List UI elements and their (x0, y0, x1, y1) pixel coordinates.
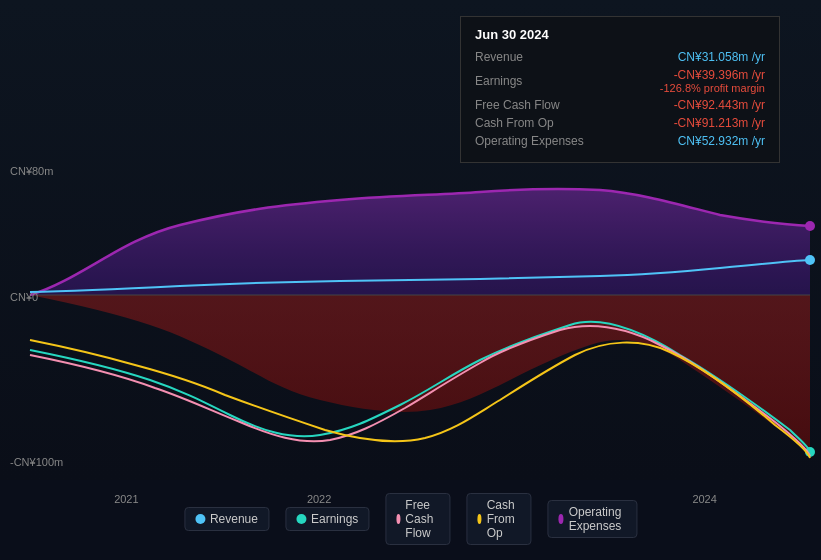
legend-label-fcf: Free Cash Flow (405, 498, 439, 540)
legend-dot-opex (558, 514, 563, 524)
legend-label-earnings: Earnings (311, 512, 358, 526)
legend-item-revenue[interactable]: Revenue (184, 507, 269, 531)
legend-dot-revenue (195, 514, 205, 524)
y-label-zero: CN¥0 (10, 291, 38, 303)
legend-dot-fcf (396, 514, 400, 524)
tooltip-row-cashfromop: Cash From Op -CN¥91.213m /yr (475, 116, 765, 130)
tooltip-title: Jun 30 2024 (475, 27, 765, 42)
tooltip-row-revenue: Revenue CN¥31.058m /yr (475, 50, 765, 64)
y-label-bottom: -CN¥100m (10, 456, 63, 468)
tooltip-label-revenue: Revenue (475, 50, 595, 64)
tooltip-row-fcf: Free Cash Flow -CN¥92.443m /yr (475, 98, 765, 112)
legend-label-cashfromop: Cash From Op (487, 498, 521, 540)
legend-label-opex: Operating Expenses (569, 505, 626, 533)
tooltip-value-earnings: -CN¥39.396m /yr (674, 68, 765, 82)
legend-item-earnings[interactable]: Earnings (285, 507, 369, 531)
tooltip-row-opex: Operating Expenses CN¥52.932m /yr (475, 134, 765, 148)
svg-point-2 (805, 221, 815, 231)
x-label-2021: 2021 (114, 493, 138, 505)
tooltip-row-earnings: Earnings -CN¥39.396m /yr -126.8% profit … (475, 68, 765, 94)
tooltip-label-fcf: Free Cash Flow (475, 98, 595, 112)
tooltip-value-fcf: -CN¥92.443m /yr (674, 98, 765, 112)
tooltip-value-revenue: CN¥31.058m /yr (678, 50, 765, 64)
legend-dot-cashfromop (477, 514, 481, 524)
legend-label-revenue: Revenue (210, 512, 258, 526)
tooltip-label-earnings: Earnings (475, 74, 595, 88)
x-label-2024: 2024 (692, 493, 716, 505)
tooltip-label-cashfromop: Cash From Op (475, 116, 595, 130)
legend: Revenue Earnings Free Cash Flow Cash Fro… (184, 493, 637, 545)
svg-point-3 (805, 255, 815, 265)
tooltip: Jun 30 2024 Revenue CN¥31.058m /yr Earni… (460, 16, 780, 163)
tooltip-label-opex: Operating Expenses (475, 134, 595, 148)
legend-dot-earnings (296, 514, 306, 524)
tooltip-value-cashfromop: -CN¥91.213m /yr (674, 116, 765, 130)
legend-item-fcf[interactable]: Free Cash Flow (385, 493, 450, 545)
legend-item-cashfromop[interactable]: Cash From Op (466, 493, 531, 545)
tooltip-value-opex: CN¥52.932m /yr (678, 134, 765, 148)
tooltip-sub-earnings: -126.8% profit margin (660, 82, 765, 94)
y-label-top: CN¥80m (10, 165, 53, 177)
legend-item-opex[interactable]: Operating Expenses (547, 500, 637, 538)
